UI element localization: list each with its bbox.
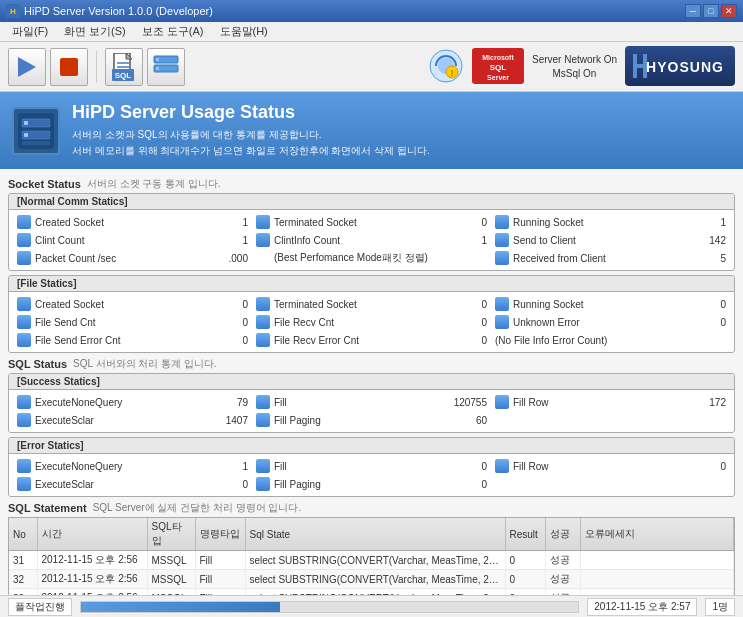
mssql-on-label: MsSql On xyxy=(532,67,617,81)
status-count: 1명 xyxy=(705,598,735,616)
stat-icon-9 xyxy=(495,251,509,265)
label-file-recv-err: File Recv Error Cnt xyxy=(274,335,443,346)
col-time: 시간 xyxy=(37,518,147,551)
stat-created-socket: Created Socket 1 xyxy=(17,214,248,230)
file-statics-group: [File Statics] Created Socket 0 Terminat… xyxy=(8,275,735,353)
sql-statement-table-container: No 시간 SQL타입 명령타입 Sql State Result 성공 오류메… xyxy=(8,517,735,602)
stat-file-icon-6 xyxy=(495,315,509,329)
file-statics-grid: Created Socket 0 Terminated Socket 0 Run… xyxy=(17,296,726,348)
label-best-perf: (Best Perfomance Mode패킷 정렬) xyxy=(274,251,487,265)
label-packet-count: Packet Count /sec xyxy=(35,253,204,264)
stat-icon-6 xyxy=(495,233,509,247)
value-exec-none-query: 79 xyxy=(208,397,248,408)
sql-statement-label: SQL Statement xyxy=(8,502,87,514)
stat-file-unknown-err: Unknown Error 0 xyxy=(495,314,726,330)
value-clint-count: 1 xyxy=(208,235,248,246)
label-err-exec-none-query: ExecuteNoneQuery xyxy=(35,461,204,472)
error-statics-grid: ExecuteNoneQuery 1 Fill 0 Fill Row 0 Exe… xyxy=(17,458,726,492)
label-exec-none-query: ExecuteNoneQuery xyxy=(35,397,204,408)
label-file-terminated: Terminated Socket xyxy=(274,299,443,310)
document-button[interactable]: SQL xyxy=(105,48,143,86)
label-err-fill-row: Fill Row xyxy=(513,461,682,472)
title-bar: H HiPD Server Version 1.0.0 (Developer) … xyxy=(0,0,743,22)
table-row[interactable]: 32 2012-11-15 오후 2:56 MSSQL Fill select … xyxy=(9,570,734,589)
server-button[interactable] xyxy=(147,48,185,86)
toolbar-right: ! Microsoft SQL Server Server Network On… xyxy=(428,46,735,88)
sql-statement-table: No 시간 SQL타입 명령타입 Sql State Result 성공 오류메… xyxy=(9,518,734,602)
value-send-to-client: 142 xyxy=(686,235,726,246)
sql-statement-header: SQL Statement SQL Server에 실제 건달한 처리 명령어 … xyxy=(8,501,735,515)
menu-view[interactable]: 화면 보기(S) xyxy=(56,22,134,41)
table-row[interactable]: 31 2012-11-15 오후 2:56 MSSQL Fill select … xyxy=(9,551,734,570)
cell-cmd-type: Fill xyxy=(195,570,245,589)
main-content: Socket Status 서버의 소켓 구동 통계 입니다. [Normal … xyxy=(0,169,743,602)
value-received-from: 5 xyxy=(686,253,726,264)
play-button[interactable] xyxy=(8,48,46,86)
menu-help[interactable]: 도움말(H) xyxy=(212,22,276,41)
svg-rect-28 xyxy=(22,141,50,145)
sql-status-header: SQL Status SQL 서버와의 처리 통계 입니다. xyxy=(8,357,735,371)
sql-server-logo: Microsoft SQL Server xyxy=(472,48,524,86)
stat-exec-sclar: ExecuteSclar 1407 xyxy=(17,412,248,428)
cell-error-msg xyxy=(580,570,734,589)
label-clint-count: Clint Count xyxy=(35,235,204,246)
svg-rect-25 xyxy=(24,121,28,125)
window-title: HiPD Server Version 1.0.0 (Developer) xyxy=(24,5,685,17)
close-button[interactable]: ✕ xyxy=(721,4,737,18)
header-text: HiPD Server Usage Status 서버의 소켓과 SQL의 사용… xyxy=(72,102,430,159)
stat-exec-none-query: ExecuteNoneQuery 79 xyxy=(17,394,248,410)
minimize-button[interactable]: ─ xyxy=(685,4,701,18)
cell-sql-type: MSSQL xyxy=(147,570,195,589)
label-terminated-socket: Terminated Socket xyxy=(274,217,443,228)
stat-icon-2 xyxy=(256,215,270,229)
value-file-unknown-err: 0 xyxy=(686,317,726,328)
stat-file-icon-5 xyxy=(256,315,270,329)
label-file-created: Created Socket xyxy=(35,299,204,310)
cell-result: 0 xyxy=(505,570,545,589)
value-fill: 120755 xyxy=(447,397,487,408)
stat-fill-paging: Fill Paging 60 xyxy=(256,412,487,428)
label-file-recv-cnt: File Recv Cnt xyxy=(274,317,443,328)
stat-fill: Fill 120755 xyxy=(256,394,487,410)
stat-err-fill-paging: Fill Paging 0 xyxy=(256,476,487,492)
value-err-exec-sclar: 0 xyxy=(208,479,248,490)
stat-file-running: Running Socket 0 xyxy=(495,296,726,312)
value-terminated-socket: 0 xyxy=(447,217,487,228)
col-sql-state: Sql State xyxy=(245,518,505,551)
toolbar: SQL ! xyxy=(0,42,743,92)
cell-success: 성공 xyxy=(545,570,580,589)
stat-file-created: Created Socket 0 xyxy=(17,296,248,312)
stop-button[interactable] xyxy=(50,48,88,86)
col-error-msg: 오류메세지 xyxy=(580,518,734,551)
svg-text:SQL: SQL xyxy=(115,71,132,80)
cell-sql-state: select SUBSTRING(CONVERT(Varchar, MeasTi… xyxy=(245,551,505,570)
stat-file-send-err: File Send Error Cnt 0 xyxy=(17,332,248,348)
label-err-exec-sclar: ExecuteSclar xyxy=(35,479,204,490)
cell-no: 32 xyxy=(9,570,37,589)
stat-err-icon-4 xyxy=(17,477,31,491)
stat-file-icon-1 xyxy=(17,297,31,311)
col-cmd-type: 명령타입 xyxy=(195,518,245,551)
window-controls[interactable]: ─ □ ✕ xyxy=(685,4,737,18)
stat-icon-4 xyxy=(17,233,31,247)
stat-best-perf: (Best Perfomance Mode패킷 정렬) xyxy=(256,250,487,266)
value-fill-paging: 60 xyxy=(447,415,487,426)
col-sql-type: SQL타입 xyxy=(147,518,195,551)
socket-status-label: Socket Status xyxy=(8,178,81,190)
label-send-to-client: Send to Client xyxy=(513,235,682,246)
cell-time: 2012-11-15 오후 2:56 xyxy=(37,551,147,570)
status-bar: 플작업진행 2012-11-15 오후 2:57 1명 xyxy=(0,595,743,617)
stat-err-icon-5 xyxy=(256,477,270,491)
table-header: No 시간 SQL타입 명령타입 Sql State Result 성공 오류메… xyxy=(9,518,734,551)
maximize-button[interactable]: □ xyxy=(703,4,719,18)
menu-tools[interactable]: 보조 도구(A) xyxy=(134,22,212,41)
stat-clint-count: Clint Count 1 xyxy=(17,232,248,248)
stat-err-icon-1 xyxy=(17,459,31,473)
value-running-socket: 1 xyxy=(686,217,726,228)
value-file-send-cnt: 0 xyxy=(208,317,248,328)
label-created-socket: Created Socket xyxy=(35,217,204,228)
stat-terminated-socket: Terminated Socket 0 xyxy=(256,214,487,230)
menu-file[interactable]: 파일(F) xyxy=(4,22,56,41)
svg-rect-7 xyxy=(156,58,159,61)
svg-text:Microsoft: Microsoft xyxy=(482,54,514,61)
